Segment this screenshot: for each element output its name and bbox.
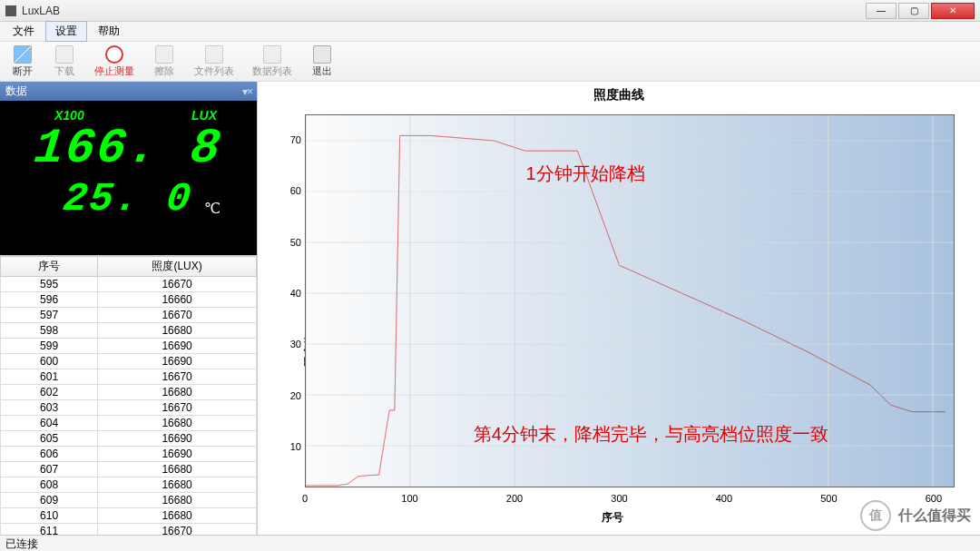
exit-button[interactable]: 退出 — [305, 44, 339, 80]
plot-area[interactable]: 1分钟开始降档 第4分钟末，降档完毕，与高亮档位照度一致 — [305, 114, 955, 487]
erase-icon — [155, 45, 173, 64]
data-table[interactable]: 序号 照度(LUX) 59516670596166605971667059816… — [0, 255, 257, 535]
y-tick: 30 — [279, 339, 301, 349]
table-row[interactable]: 60716680 — [1, 462, 257, 477]
table-row[interactable]: 60116670 — [1, 369, 257, 385]
chart-title: 照度曲线 — [258, 82, 980, 105]
x-axis-label: 序号 — [602, 510, 623, 526]
table-row[interactable]: 59916690 — [1, 339, 257, 354]
y-tick: 50 — [279, 237, 301, 248]
main-area: 数据 ▾ × X100 LUX 166. 8 25. 0 ℃ 序号 照度(LUX… — [0, 82, 980, 535]
table-row[interactable]: 59816680 — [1, 323, 257, 339]
chart-panel: 照度曲线 照度值(LUX) (10^3) 序号 1分钟开始降档 第4分钟末，降档… — [258, 82, 980, 535]
table-row[interactable]: 60416680 — [1, 416, 257, 431]
temp-unit: ℃ — [204, 200, 220, 217]
x-tick: 500 — [820, 493, 837, 504]
left-panel: 数据 ▾ × X100 LUX 166. 8 25. 0 ℃ 序号 照度(LUX… — [0, 82, 258, 535]
menu-bar: 文件 设置 帮助 — [0, 22, 980, 42]
disconnect-button[interactable]: 断开 — [5, 44, 40, 80]
disconnect-icon — [14, 45, 32, 64]
table-row[interactable]: 60816680 — [1, 477, 257, 493]
table-row[interactable]: 59716670 — [1, 308, 257, 323]
table-row[interactable]: 60316670 — [1, 400, 257, 416]
panel-title: 数据 — [5, 84, 27, 99]
data-list-button[interactable]: 数据列表 — [247, 44, 298, 80]
y-tick: 20 — [279, 390, 301, 401]
status-bar: 已连接 — [0, 535, 980, 551]
file-list-icon — [205, 45, 223, 64]
stop-icon — [105, 45, 123, 64]
table-row[interactable]: 59616660 — [1, 292, 257, 308]
exit-icon — [313, 45, 331, 64]
table-row[interactable]: 61116670 — [1, 524, 257, 536]
y-tick: 40 — [279, 288, 301, 299]
col-lux[interactable]: 照度(LUX) — [98, 257, 257, 277]
app-icon — [5, 5, 16, 16]
title-bar: LuxLAB — ▢ ✕ — [0, 0, 980, 22]
watermark-text: 什么值得买 — [898, 507, 971, 526]
table-row[interactable]: 60016690 — [1, 354, 257, 369]
x-tick: 200 — [506, 493, 523, 504]
table-row[interactable]: 61016680 — [1, 508, 257, 524]
window-buttons: — ▢ ✕ — [866, 3, 975, 19]
chart-area[interactable]: 照度值(LUX) (10^3) 序号 1分钟开始降档 第4分钟末，降档完毕，与高… — [261, 109, 964, 527]
data-panel-header: 数据 ▾ × — [0, 82, 257, 101]
table-row[interactable]: 60216680 — [1, 385, 257, 400]
panel-grip-icon[interactable]: ▾ × — [242, 85, 251, 98]
connection-status: 已连接 — [5, 537, 38, 550]
lux-value: 166. 8 — [32, 124, 224, 173]
annotation-2: 第4分钟末，降档完毕，与高亮档位照度一致 — [474, 422, 828, 447]
x-tick: 300 — [611, 493, 627, 504]
table-row[interactable]: 60916680 — [1, 493, 257, 508]
menu-help[interactable]: 帮助 — [89, 22, 129, 41]
erase-button[interactable]: 擦除 — [147, 44, 181, 80]
y-tick: 70 — [279, 134, 301, 145]
lux-display: X100 LUX 166. 8 25. 0 ℃ — [0, 101, 257, 255]
table-row[interactable]: 60616690 — [1, 447, 257, 462]
x-tick: 0 — [302, 493, 308, 504]
maximize-button[interactable]: ▢ — [898, 3, 929, 19]
y-tick: 10 — [279, 441, 301, 452]
table-row[interactable]: 60516690 — [1, 431, 257, 447]
data-list-icon — [263, 45, 281, 64]
file-list-button[interactable]: 文件列表 — [189, 44, 240, 80]
stop-measure-button[interactable]: 停止测量 — [89, 44, 140, 80]
x-tick: 100 — [401, 493, 417, 504]
close-button[interactable]: ✕ — [931, 3, 975, 19]
menu-settings[interactable]: 设置 — [45, 21, 87, 42]
x-tick: 400 — [716, 493, 732, 504]
watermark: 值 什么值得买 — [860, 500, 971, 531]
col-index[interactable]: 序号 — [1, 257, 98, 277]
download-button[interactable]: 下载 — [47, 44, 82, 80]
window-title: LuxLAB — [22, 5, 866, 17]
y-tick: 60 — [279, 185, 301, 196]
watermark-icon: 值 — [860, 500, 891, 531]
toolbar: 断开 下载 停止测量 擦除 文件列表 数据列表 退出 — [0, 42, 980, 82]
menu-file[interactable]: 文件 — [4, 22, 44, 41]
minimize-button[interactable]: — — [866, 3, 897, 19]
temp-value: 25. 0 — [62, 179, 195, 219]
table-row[interactable]: 59516670 — [1, 277, 257, 292]
annotation-1: 1分钟开始降档 — [526, 162, 645, 186]
download-icon — [55, 45, 74, 64]
